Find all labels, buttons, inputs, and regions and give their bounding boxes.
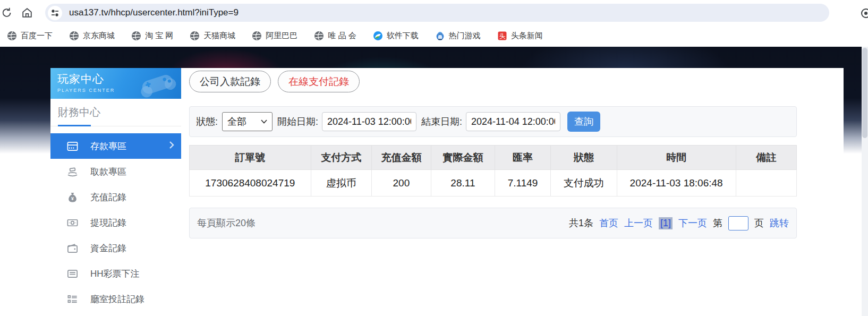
cell-actual-amount: 28.11 <box>431 170 495 197</box>
url-text[interactable]: usa137.tv/hhcp/usercenter.html?iniType=9 <box>69 7 239 18</box>
sidebar-menu: 存款專區 取款專區 <box>50 133 181 312</box>
cell-recharge-amount: 200 <box>371 170 431 197</box>
pagination-bar: 每頁顯示20條 共1条 首页 上一页 [1] 下一页 第 页 跳转 <box>189 208 797 238</box>
bookmark-toutiao-news[interactable]: 头 头条新闻 <box>498 31 543 41</box>
start-date-input[interactable] <box>322 112 416 131</box>
status-label: 狀態: <box>196 115 218 128</box>
software-download-icon <box>373 31 382 40</box>
jump-prefix-label: 第 <box>713 217 722 229</box>
header-exchange-rate: 匯率 <box>495 146 550 170</box>
bookmark-jd[interactable]: 京东商城 <box>70 31 115 41</box>
sidebar-item-withdraw[interactable]: 取款專區 <box>50 159 181 184</box>
cell-payment-method: 虚拟币 <box>311 170 371 197</box>
svg-text:头: 头 <box>499 32 505 39</box>
bookmark-label: 天猫商城 <box>203 31 235 41</box>
list-card-icon <box>66 268 79 280</box>
end-date-label: 結束日期: <box>421 115 462 128</box>
tab-company-deposit-records[interactable]: 公司入款記錄 <box>189 71 271 92</box>
bookmark-software-download[interactable]: 软件下载 <box>373 31 419 41</box>
game-penguin-icon <box>436 31 445 40</box>
extension-record-icon[interactable] <box>861 8 868 19</box>
bookmark-label: 京东商城 <box>83 31 115 41</box>
bookmark-label: 阿里巴巴 <box>266 31 297 41</box>
sidebar-item-label: 取款專區 <box>90 166 126 178</box>
prev-page-link[interactable]: 上一页 <box>624 217 653 229</box>
bookmark-label: 百度一下 <box>21 31 53 41</box>
header-actual-amount: 實際金額 <box>431 146 495 170</box>
table-row: 1730628408024719 虚拟币 200 28.11 7.1149 支付… <box>190 170 797 197</box>
sidebar-item-fund-records[interactable]: 資金記錄 <box>50 235 181 261</box>
toutiao-icon: 头 <box>498 31 507 40</box>
sidebar-item-room-bet-records[interactable]: 廳室投註記錄 <box>50 286 181 312</box>
header-order-no: 訂單號 <box>190 146 311 170</box>
withdraw-hand-icon <box>66 166 79 178</box>
cell-exchange-rate: 7.1149 <box>495 170 550 197</box>
sidebar-item-hh-lottery-bets[interactable]: HH彩票下注 <box>50 261 181 286</box>
bookmark-label: 热门游戏 <box>449 31 481 41</box>
end-date-input[interactable] <box>466 112 560 131</box>
sidebar-item-label: HH彩票下注 <box>90 268 140 280</box>
bookmark-label: 头条新闻 <box>511 31 543 41</box>
sidebar-item-label: 充值記錄 <box>90 191 126 203</box>
globe-icon <box>132 31 141 40</box>
chevron-down-icon <box>261 119 267 124</box>
finance-section: 財務中心 <box>50 99 181 125</box>
content-wrapper: 玩家中心 PLAYERS CENTER 財務中心 <box>50 68 844 316</box>
bookmark-hot-games[interactable]: 热门游戏 <box>436 31 481 41</box>
svg-text:¥: ¥ <box>71 195 74 201</box>
payment-records-table: 訂單號 支付方式 充值金額 實際金額 匯率 狀態 時間 備註 173062840… <box>189 145 797 197</box>
home-icon[interactable] <box>21 7 33 19</box>
chevron-right-icon <box>169 141 174 149</box>
scrollbar-thumb[interactable] <box>862 48 867 138</box>
pagination-controls: 共1条 首页 上一页 [1] 下一页 第 页 跳转 <box>569 216 789 230</box>
status-select-value: 全部 <box>227 115 246 128</box>
deposit-card-icon <box>66 140 79 152</box>
sidebar-item-label: 資金記錄 <box>90 242 126 254</box>
tab-online-payment-records[interactable]: 在線支付記錄 <box>278 71 360 92</box>
start-date-label: 開始日期: <box>277 115 318 128</box>
bookmark-label: 软件下载 <box>387 31 419 41</box>
sidebar-item-label: 提現記錄 <box>90 217 126 229</box>
jump-action-link[interactable]: 跳转 <box>770 217 789 229</box>
header-remark: 備註 <box>736 146 796 170</box>
main-content: 公司入款記錄 在線支付記錄 狀態: 全部 開始日期: 結束日期: 查詢 <box>189 71 797 238</box>
globe-icon <box>190 31 199 40</box>
sidebar-item-label: 存款專區 <box>90 140 126 152</box>
reload-icon[interactable] <box>1 7 13 19</box>
bookmark-taobao[interactable]: 淘 宝 网 <box>132 31 173 41</box>
players-center-header: 玩家中心 PLAYERS CENTER <box>50 68 181 99</box>
bookmark-tmall[interactable]: 天猫商城 <box>190 31 235 41</box>
sidebar-item-label: 廳室投註記錄 <box>90 293 144 305</box>
next-page-link[interactable]: 下一页 <box>678 217 707 229</box>
header-payment-method: 支付方式 <box>311 146 371 170</box>
record-tabs: 公司入款記錄 在線支付記錄 <box>189 71 797 92</box>
bookmark-label: 淘 宝 网 <box>145 31 173 41</box>
list-items-icon <box>66 293 79 305</box>
bookmark-vip[interactable]: 唯 品 会 <box>314 31 356 41</box>
banknote-icon <box>66 217 79 229</box>
first-page-link[interactable]: 首页 <box>599 217 618 229</box>
sidebar-item-deposit[interactable]: 存款專區 <box>50 133 181 159</box>
page-jump-input[interactable] <box>728 216 748 230</box>
sidebar-item-withdrawal-records[interactable]: 提現記錄 <box>50 210 181 235</box>
bookmark-baidu[interactable]: 百度一下 <box>7 31 53 41</box>
wallet-icon <box>66 242 79 254</box>
site-info-icon[interactable] <box>48 6 62 20</box>
header-time: 時間 <box>617 146 736 170</box>
header-status: 狀態 <box>551 146 617 170</box>
globe-icon <box>7 31 16 40</box>
cell-order-no: 1730628408024719 <box>190 170 311 197</box>
address-bar[interactable]: usa137.tv/hhcp/usercenter.html?iniType=9 <box>45 4 829 22</box>
query-button[interactable]: 查詢 <box>567 112 600 132</box>
cell-remark <box>736 170 796 197</box>
gamepad-icon <box>137 70 178 98</box>
sidebar-item-recharge-records[interactable]: ¥ 充值記錄 <box>50 184 181 210</box>
bookmarks-bar: 百度一下 京东商城 淘 宝 网 天猫商城 阿里巴巴 唯 品 会 软件下载 <box>0 25 868 47</box>
status-select[interactable]: 全部 <box>222 112 273 131</box>
sidebar: 玩家中心 PLAYERS CENTER 財務中心 <box>50 68 181 316</box>
bookmark-alibaba[interactable]: 阿里巴巴 <box>252 31 297 41</box>
money-bag-icon: ¥ <box>66 191 79 203</box>
scrollbar[interactable] <box>862 47 868 316</box>
section-title: 財務中心 <box>58 105 181 125</box>
page-size-text: 每頁顯示20條 <box>197 217 256 229</box>
